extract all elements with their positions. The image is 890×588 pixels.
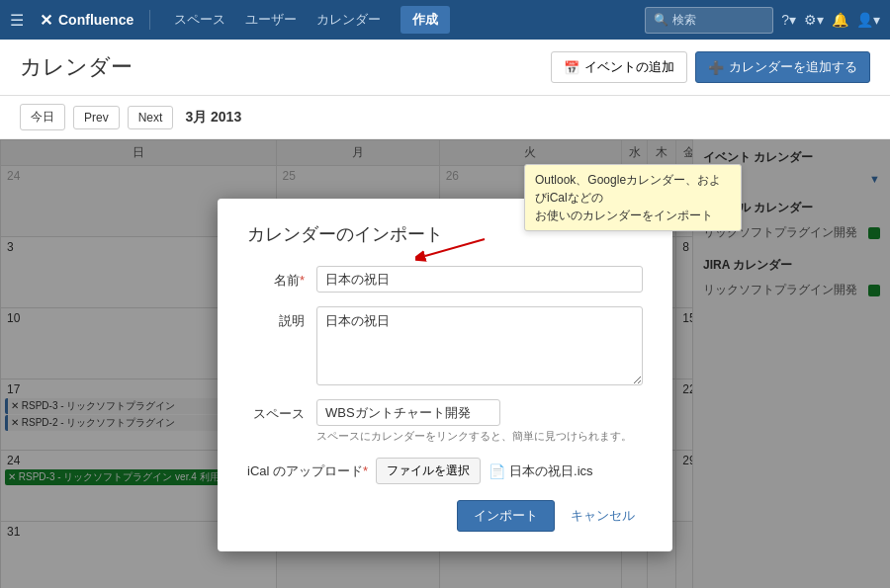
month-label: 3月 2013	[185, 109, 241, 126]
description-field-row: 説明 日本の祝日	[247, 306, 643, 385]
notifications-icon[interactable]: 🔔	[832, 12, 848, 28]
tooltip-box: Outlook、Googleカレンダー、およびiCalなどの お使いのカレンダー…	[524, 164, 742, 231]
modal-footer: インポート キャンセル	[247, 500, 643, 532]
upload-label: iCal のアップロード*	[247, 462, 368, 480]
next-button[interactable]: Next	[128, 106, 174, 129]
settings-icon[interactable]: ⚙▾	[804, 12, 824, 28]
modal-overlay: Outlook、Googleカレンダー、およびiCalなどの お使いのカレンダー…	[0, 139, 890, 588]
import-modal: Outlook、Googleカレンダー、およびiCalなどの お使いのカレンダー…	[218, 199, 672, 551]
tooltip-line2: お使いのカレンダーをインポート	[535, 209, 713, 222]
prev-button[interactable]: Prev	[73, 106, 120, 129]
nav-divider	[149, 10, 150, 30]
confluence-logo: ✕ Confluence	[40, 11, 134, 30]
tooltip-line1: Outlook、Googleカレンダー、およびiCalなどの	[535, 173, 721, 205]
description-label: 説明	[247, 306, 316, 330]
add-calendar-label: カレンダーを追加する	[729, 58, 857, 76]
search-placeholder: 検索	[672, 12, 696, 29]
confluence-name: Confluence	[58, 12, 134, 28]
add-event-button[interactable]: 📅 イベントの追加	[551, 51, 687, 83]
name-field-row: 名前*	[247, 266, 643, 293]
space-hint: スペースにカレンダーをリンクすると、簡単に見つけられます。	[316, 429, 643, 444]
create-button[interactable]: 作成	[400, 6, 450, 34]
space-input[interactable]	[316, 399, 500, 426]
add-event-label: イベントの追加	[584, 58, 674, 76]
tooltip-arrow-svg	[415, 234, 494, 264]
user-avatar[interactable]: 👤▾	[856, 12, 880, 28]
space-label: スペース	[247, 399, 316, 423]
description-input[interactable]: 日本の祝日	[316, 306, 643, 385]
name-label: 名前*	[247, 266, 316, 290]
import-button[interactable]: インポート	[457, 500, 555, 532]
header-buttons: 📅 イベントの追加 ➕ カレンダーを追加する	[551, 51, 870, 83]
upload-required: *	[363, 463, 368, 478]
add-calendar-button[interactable]: ➕ カレンダーを追加する	[695, 51, 870, 83]
nav-spaces[interactable]: スペース	[166, 7, 233, 33]
nav-users[interactable]: ユーザー	[237, 7, 305, 33]
nav-calendar[interactable]: カレンダー	[309, 7, 389, 33]
tooltip-arrow-container	[415, 234, 494, 267]
page-title: カレンダー	[20, 52, 133, 82]
topnav: ☰ ✕ Confluence スペース ユーザー カレンダー 作成 🔍 検索 ?…	[0, 0, 890, 40]
space-field-row: スペース スペースにカレンダーをリンクすると、簡単に見つけられます。	[247, 399, 643, 444]
today-button[interactable]: 今日	[20, 104, 65, 130]
topnav-right: 🔍 検索 ?▾ ⚙▾ 🔔 👤▾	[645, 7, 880, 34]
calendar-plus-icon: 📅	[564, 60, 579, 75]
confluence-x-icon: ✕	[40, 11, 52, 30]
upload-row: iCal のアップロード* ファイルを選択 📄 日本の祝日.ics	[247, 458, 643, 484]
search-icon: 🔍	[654, 13, 668, 27]
cancel-button[interactable]: キャンセル	[563, 500, 643, 532]
filename-text: 日本の祝日.ics	[509, 462, 593, 480]
add-cal-icon: ➕	[708, 60, 724, 75]
hamburger-icon[interactable]: ☰	[10, 11, 24, 30]
ics-file-icon: 📄	[489, 463, 505, 479]
name-input[interactable]	[316, 266, 643, 293]
svg-line-1	[425, 239, 485, 256]
file-select-button[interactable]: ファイルを選択	[376, 458, 481, 484]
upload-filename: 📄 日本の祝日.ics	[489, 462, 593, 480]
help-icon[interactable]: ?▾	[781, 12, 796, 28]
calendar-toolbar: 今日 Prev Next 3月 2013	[0, 96, 890, 139]
page-header: カレンダー 📅 イベントの追加 ➕ カレンダーを追加する	[0, 40, 890, 96]
topnav-menu: スペース ユーザー カレンダー	[166, 7, 389, 33]
search-bar[interactable]: 🔍 検索	[645, 7, 773, 34]
name-required: *	[300, 273, 305, 288]
calendar-area: 日 月 火 水 木 金 土 24 25 26 27 28 1	[0, 139, 890, 588]
